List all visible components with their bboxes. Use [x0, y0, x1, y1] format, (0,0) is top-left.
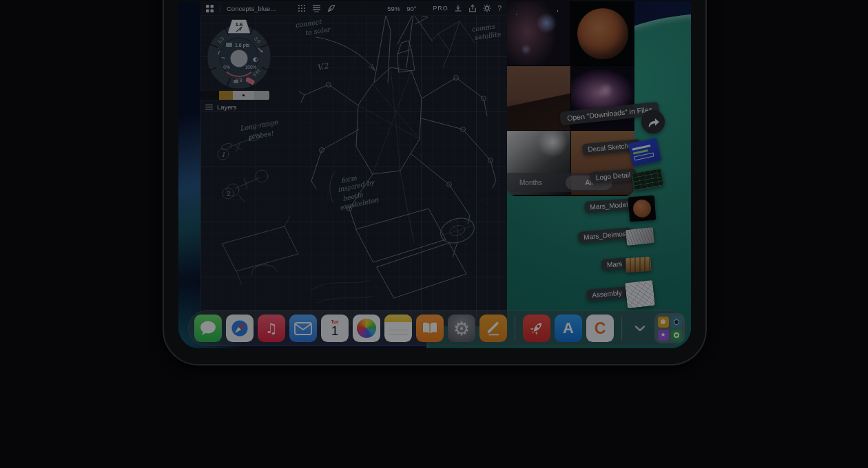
stage: connect to solar comms satellite V.2 Lon…	[0, 0, 868, 468]
share-arrow-icon	[646, 116, 660, 128]
app-store-icon[interactable]: A	[555, 315, 582, 342]
mini-lightbulb-icon	[658, 317, 669, 328]
drag-and-drop-layer: Open "Downloads" in Files Decal Sketches…	[178, 1, 691, 348]
mail-app-icon[interactable]	[289, 315, 317, 342]
gear-icon: ⚙	[453, 319, 470, 338]
messages-app-icon[interactable]	[194, 315, 222, 342]
appstore-letter: A	[563, 319, 574, 337]
chevron-down-icon	[634, 325, 646, 332]
ipad-screen: connect to solar comms satellite V.2 Lon…	[178, 1, 691, 348]
pen-icon	[484, 319, 502, 337]
drag-label[interactable]: Mars	[601, 257, 628, 271]
drag-thumb-mars-model[interactable]	[628, 195, 656, 222]
chevron-down-button[interactable]	[630, 315, 650, 342]
mini-clock-icon	[671, 330, 682, 341]
notes-app-icon[interactable]	[384, 315, 412, 342]
settings-app-icon[interactable]: ⚙	[448, 315, 475, 342]
open-book-icon	[422, 321, 438, 335]
mini-camera-icon	[671, 317, 682, 328]
dock: ♫ Tue 1	[188, 310, 687, 346]
books-app-icon[interactable]	[416, 315, 444, 342]
share-button[interactable]	[641, 110, 665, 134]
envelope-icon	[294, 322, 312, 335]
safari-app-icon[interactable]	[226, 315, 254, 342]
drag-label[interactable]: Logo Detail	[590, 169, 637, 184]
drag-label[interactable]: Mars_Model	[584, 198, 634, 213]
compass-icon	[229, 317, 251, 339]
drag-thumb-mars[interactable]	[625, 257, 651, 273]
photos-flower-icon	[357, 319, 376, 338]
app-library-icon[interactable]: ★	[654, 313, 685, 343]
drag-thumb-mars-deimos[interactable]	[626, 227, 654, 246]
drag-thumb-decal-sketches[interactable]	[628, 138, 661, 167]
photos-app-icon[interactable]	[353, 315, 380, 342]
drag-thumb-assembly[interactable]	[625, 280, 655, 308]
music-app-icon[interactable]: ♫	[258, 315, 285, 342]
calendar-app-icon[interactable]: Tue 1	[321, 315, 349, 342]
music-note-icon: ♫	[265, 320, 278, 337]
dock-divider	[515, 317, 515, 340]
speech-bubble-icon	[199, 320, 217, 337]
calendar-day: 1	[331, 324, 339, 337]
notes-lines	[389, 326, 408, 338]
drag-label[interactable]: Assembly	[586, 286, 628, 301]
sketch-app-icon[interactable]	[479, 315, 507, 342]
c-app-icon[interactable]: C	[586, 315, 614, 342]
rocket-app-icon[interactable]	[523, 315, 550, 342]
drag-label[interactable]: Mars_Deimos	[578, 227, 632, 244]
rocket-icon	[527, 319, 546, 338]
c-letter: C	[595, 319, 606, 338]
notes-yellow-band	[384, 315, 412, 322]
mini-star-icon: ★	[658, 330, 669, 341]
dock-divider	[621, 317, 622, 340]
ipad-device: connect to solar comms satellite V.2 Lon…	[163, 0, 707, 365]
drag-thumb-logo-detail[interactable]	[631, 168, 664, 191]
